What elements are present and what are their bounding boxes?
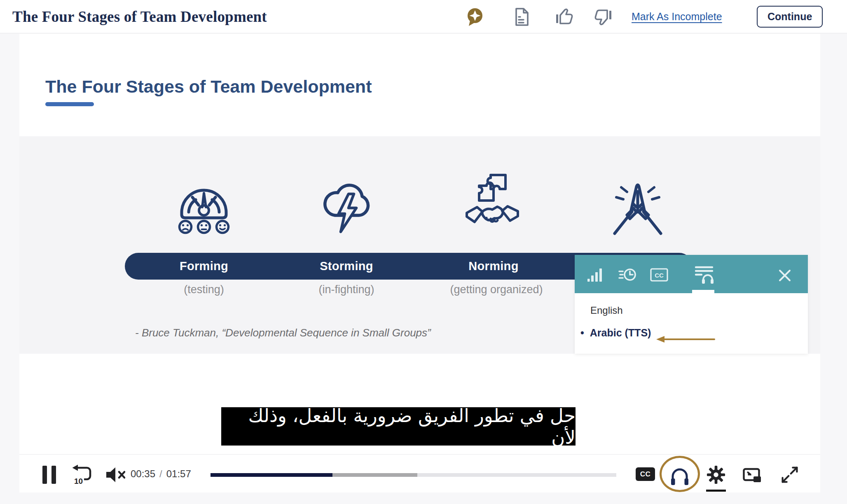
citation: - Bruce Tuckman, “Developmental Sequence… — [135, 327, 431, 339]
page: The Four Stages of Team Development — [0, 0, 847, 504]
signal-bars-icon — [587, 266, 604, 283]
headphones-icon — [670, 466, 690, 486]
continue-button[interactable]: Continue — [757, 6, 823, 28]
audio-track-button[interactable] — [670, 466, 690, 486]
player-control-bar: 10 00:35 / 01:57 — [19, 454, 820, 492]
rewind-10-button[interactable]: 10 — [71, 464, 93, 486]
app-header: The Four Stages of Team Development — [0, 0, 847, 33]
fullscreen-icon — [781, 466, 799, 484]
stage-label: Forming — [180, 253, 228, 280]
subtitle-overlay: حل في تطور الفريق ضرورية بالفعل، وذلك لأ… — [221, 407, 576, 446]
mute-button[interactable] — [105, 467, 126, 483]
lesson-heading: The Four Stages of Team Development — [45, 77, 372, 97]
stage-sublabel: (getting organized) — [450, 283, 543, 296]
lesson-card: The Four Stages of Team Development — [19, 34, 820, 492]
thumbs-up-icon — [555, 7, 574, 26]
thumbs-down-button[interactable] — [593, 0, 613, 33]
svg-text:10: 10 — [74, 477, 83, 485]
close-x-icon — [779, 269, 791, 282]
ai-assistant-button[interactable] — [466, 0, 484, 33]
gear-icon — [707, 465, 725, 484]
muted-speaker-icon — [106, 467, 125, 483]
svg-text:CC: CC — [655, 272, 664, 279]
audio-option-arabic-label: Arabic (TTS) — [590, 327, 651, 338]
audio-track-tab[interactable] — [694, 265, 714, 285]
time-separator: / — [159, 468, 162, 480]
stage-label: Storming — [320, 253, 373, 280]
thumbs-up-button[interactable] — [555, 0, 574, 33]
puzzle-handshake-icon — [463, 173, 521, 235]
popup-toolbar: CC — [575, 255, 808, 293]
cc-box-icon: CC — [650, 266, 669, 284]
duration: 01:57 — [166, 468, 191, 480]
mark-as-incomplete-link[interactable]: Mark As Incomplete — [632, 0, 722, 33]
annotation-arrow — [656, 336, 715, 343]
picture-in-picture-icon — [743, 467, 762, 483]
rewind-10-icon: 10 — [72, 464, 92, 486]
storm-cloud-icon — [318, 173, 375, 235]
subtitle-text: حل في تطور الفريق ضرورية بالفعل، وذلك لأ… — [221, 405, 576, 448]
settings-button[interactable] — [707, 465, 725, 484]
audio-options-popup: CC — [575, 255, 808, 354]
active-tab-indicator — [692, 290, 714, 293]
progress-fill — [211, 473, 332, 477]
popup-options: English •Arabic (TTS) — [575, 293, 808, 354]
captions-tab[interactable]: CC — [649, 265, 669, 285]
playback-speed-tab[interactable] — [618, 265, 637, 285]
fullscreen-button[interactable] — [781, 466, 799, 484]
pause-button[interactable] — [41, 466, 57, 484]
high-five-icon — [609, 173, 667, 235]
audio-option-english[interactable]: English — [590, 305, 623, 316]
popup-close-button[interactable] — [776, 266, 794, 285]
picture-in-picture-button[interactable] — [743, 467, 762, 483]
stage-sublabel: (in-fighting) — [318, 283, 374, 296]
time-display: 00:35 / 01:57 — [131, 455, 191, 493]
captions-button[interactable]: CC — [636, 467, 655, 481]
audio-option-arabic[interactable]: •Arabic (TTS) — [580, 327, 651, 339]
ai-sparkle-chat-icon — [466, 7, 484, 27]
speed-clock-icon — [618, 266, 636, 284]
thumbs-down-icon — [593, 7, 613, 26]
arrow-shaft — [661, 338, 715, 340]
notes-button[interactable] — [514, 0, 530, 33]
selected-bullet: • — [580, 327, 584, 338]
stage-label: Norming — [468, 253, 518, 280]
stage-sublabel: (testing) — [184, 283, 224, 296]
course-title: The Four Stages of Team Development — [12, 0, 267, 33]
gauge-moods-icon — [175, 173, 233, 235]
heading-accent-bar — [45, 102, 94, 106]
settings-active-indicator — [706, 490, 726, 492]
document-icon — [514, 7, 530, 26]
transcript-headphones-icon — [695, 265, 714, 284]
current-time: 00:35 — [131, 468, 155, 480]
quality-tab[interactable] — [585, 265, 605, 285]
pause-icon — [42, 466, 56, 484]
progress-bar[interactable] — [211, 473, 616, 477]
